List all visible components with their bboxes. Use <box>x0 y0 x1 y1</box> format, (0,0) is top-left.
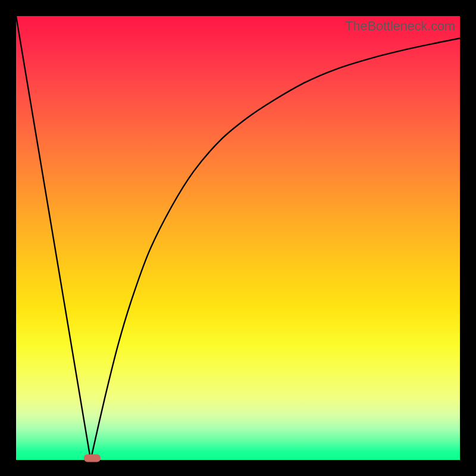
chart-container: TheBottleneck.com <box>0 0 476 476</box>
plot-area: TheBottleneck.com <box>16 16 460 460</box>
minimum-marker <box>84 455 101 462</box>
curve-right-branch <box>90 38 460 460</box>
curve-svg <box>16 16 460 460</box>
curve-left-branch <box>16 16 90 460</box>
